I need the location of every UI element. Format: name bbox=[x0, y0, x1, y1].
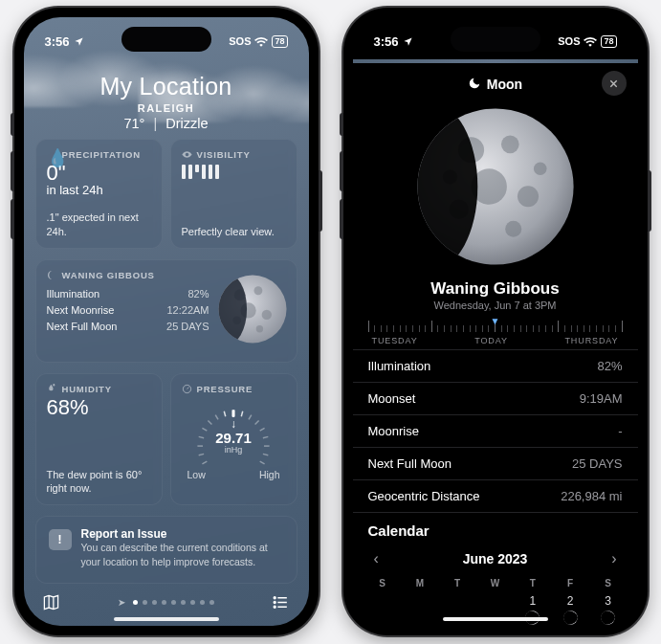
svg-point-30 bbox=[274, 606, 275, 608]
iphone-frame-left: 3:56 SOS 78 My Location RALEIGH 71° | Dr… bbox=[14, 8, 319, 635]
volume-up-button[interactable] bbox=[340, 151, 343, 191]
dynamic-island[interactable] bbox=[451, 27, 540, 52]
humidity-value: 68% bbox=[47, 397, 151, 418]
volume-down-button[interactable] bbox=[340, 199, 343, 239]
report-subtitle: You can describe the current conditions … bbox=[81, 541, 284, 567]
moon-icon bbox=[47, 270, 57, 280]
eye-icon bbox=[182, 149, 192, 160]
precip-subline: in last 24h bbox=[47, 183, 151, 197]
moon-stat-row: Next Full Moon 25 DAYS bbox=[47, 321, 209, 332]
weather-stripe bbox=[353, 59, 638, 63]
volume-down-button[interactable] bbox=[11, 199, 14, 239]
pressure-gauge: ↓ 29.71 inHg bbox=[188, 399, 278, 466]
card-header: HUMIDITY bbox=[62, 384, 112, 394]
calendar-day-empty bbox=[406, 594, 434, 625]
next-month-button[interactable]: › bbox=[606, 550, 622, 567]
stat-row: Moonrise - bbox=[353, 415, 638, 448]
battery-indicator: 78 bbox=[272, 35, 287, 48]
water-drop-icon: 💧 bbox=[47, 149, 57, 160]
dynamic-island[interactable] bbox=[121, 27, 211, 52]
sheet-title: Moon bbox=[487, 77, 522, 92]
home-indicator[interactable] bbox=[114, 617, 219, 621]
mute-switch[interactable] bbox=[340, 113, 343, 136]
stat-row: Geocentric Distance 226,984 mi bbox=[353, 480, 638, 513]
svg-point-40 bbox=[533, 163, 546, 176]
svg-point-38 bbox=[505, 221, 521, 237]
alert-icon: ! bbox=[49, 529, 72, 550]
visibility-card[interactable]: VISIBILITY Perfectly clear view. bbox=[170, 139, 297, 249]
location-icon bbox=[74, 36, 84, 47]
pressure-card[interactable]: PRESSURE bbox=[170, 373, 297, 505]
mute-switch[interactable] bbox=[11, 113, 14, 136]
iphone-frame-right: 3:56 SOS 78 Moon bbox=[343, 8, 648, 635]
stat-value: 82% bbox=[597, 359, 622, 373]
precip-footer: .1" expected in next 24h. bbox=[47, 211, 151, 239]
location-title: My Location bbox=[24, 73, 309, 100]
stat-row: Next Full Moon 25 DAYS bbox=[353, 448, 638, 480]
moon-phase-card[interactable]: WANING GIBBOUS Illumination 82% Next Moo… bbox=[35, 259, 297, 363]
stat-row: Moonset 9:19AM bbox=[353, 383, 638, 415]
calendar-day[interactable]: 3 bbox=[593, 594, 622, 625]
time-scrubber[interactable]: ▼ TUESDAY TODAY THURSDAY bbox=[353, 319, 638, 344]
volume-up-button[interactable] bbox=[11, 151, 14, 191]
stat-label: Illumination bbox=[47, 288, 100, 300]
calendar-heading: Calendar bbox=[368, 522, 623, 539]
stat-label: Next Full Moon bbox=[368, 456, 452, 471]
stat-label: Geocentric Distance bbox=[368, 489, 480, 503]
stat-value: 9:19AM bbox=[580, 391, 623, 406]
stat-label: Illumination bbox=[368, 359, 431, 373]
stat-label: Next Moonrise bbox=[47, 304, 115, 316]
stat-value: 226,984 mi bbox=[561, 489, 622, 503]
svg-point-3 bbox=[253, 286, 262, 295]
moon-icon bbox=[468, 77, 481, 93]
stat-value: 25 DAYS bbox=[572, 456, 623, 471]
visibility-footer: Perfectly clear view. bbox=[182, 225, 286, 239]
calendar-day[interactable]: 2 bbox=[556, 594, 584, 625]
precipitation-card[interactable]: 💧 PRECIPITATION 0" in last 24h .1" expec… bbox=[35, 139, 163, 249]
current-conditions: 71° | Drizzle bbox=[24, 116, 309, 131]
phase-date: Wednesday, Jun 7 at 3PM bbox=[353, 300, 638, 311]
moon-stat-row: Next Moonrise 12:22AM bbox=[47, 304, 209, 316]
location-icon bbox=[403, 36, 413, 47]
separator: | bbox=[153, 116, 157, 131]
humidity-card[interactable]: HUMIDITY 68% The dew point is 60° right … bbox=[35, 373, 163, 505]
list-button[interactable] bbox=[271, 591, 292, 612]
bottom-toolbar: ➤ bbox=[24, 584, 309, 626]
moon-phase-icon bbox=[601, 611, 615, 625]
dow-row: S M T W T F S bbox=[368, 578, 623, 588]
scrubber-label: TUESDAY bbox=[372, 336, 418, 345]
report-title: Report an Issue bbox=[81, 527, 284, 541]
arrow-down-icon: ↓ bbox=[231, 418, 236, 430]
stat-label: Next Full Moon bbox=[47, 321, 118, 332]
svg-point-36 bbox=[517, 186, 538, 207]
svg-point-34 bbox=[500, 135, 518, 153]
humidity-icon bbox=[47, 384, 57, 394]
home-indicator[interactable] bbox=[443, 617, 548, 621]
power-button[interactable] bbox=[319, 170, 322, 232]
calendar-month: June 2023 bbox=[463, 551, 528, 566]
pressure-value: 29.71 bbox=[215, 430, 252, 446]
dow-label: W bbox=[480, 578, 509, 588]
dow-label: S bbox=[593, 578, 622, 588]
wifi-icon bbox=[254, 36, 268, 47]
close-button[interactable] bbox=[602, 71, 627, 96]
wifi-icon bbox=[584, 36, 597, 47]
svg-point-5 bbox=[261, 309, 271, 319]
report-issue-card[interactable]: ! Report an Issue You can describe the c… bbox=[35, 516, 297, 584]
stat-label: Moonset bbox=[368, 391, 416, 406]
stat-value: 25 DAYS bbox=[166, 321, 209, 332]
location-pin-icon: ➤ bbox=[118, 597, 125, 608]
svg-point-29 bbox=[274, 601, 275, 603]
power-button[interactable] bbox=[648, 170, 651, 232]
stat-value: - bbox=[618, 424, 622, 438]
card-header: WANING GIBBOUS bbox=[62, 270, 155, 280]
status-time: 3:56 bbox=[374, 34, 399, 49]
current-condition: Drizzle bbox=[165, 116, 208, 131]
map-button[interactable] bbox=[41, 591, 62, 612]
page-indicator[interactable]: ➤ bbox=[118, 597, 214, 608]
prev-month-button[interactable]: ‹ bbox=[368, 550, 385, 567]
current-temp: 71° bbox=[123, 116, 144, 131]
moon-stats-list: Illumination 82% Moonset 9:19AM Moonrise… bbox=[353, 349, 638, 513]
moon-image bbox=[414, 105, 577, 272]
pressure-high-label: High bbox=[259, 469, 280, 480]
